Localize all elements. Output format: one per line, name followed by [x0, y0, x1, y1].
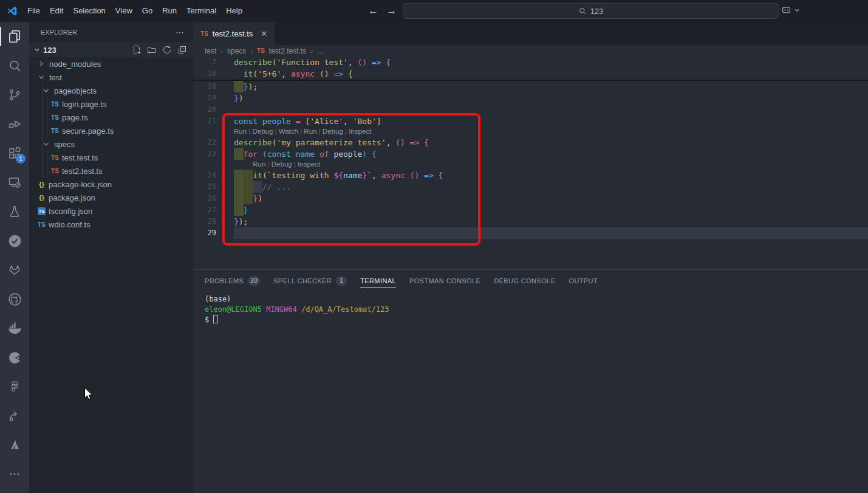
panel-tab-problems[interactable]: PROBLEMS20 [205, 270, 260, 291]
terminal-line: $ [205, 315, 868, 325]
menu-bar: FileEditSelectionViewGoRunTerminalHelp [22, 0, 247, 22]
codelens-row[interactable]: Run | Debug | Watch | Run | Debug | Insp… [193, 127, 868, 137]
chevron-down-icon [794, 7, 800, 13]
codelens-debug[interactable]: Debug [323, 128, 343, 135]
activity-extensions-icon[interactable]: 1 [0, 139, 29, 168]
activity-azure-icon[interactable] [0, 430, 29, 460]
explorer-sidebar: EXPLORER ⋯ 123 node_modulestestpageobjec… [29, 22, 193, 493]
activity-figma-icon[interactable] [0, 372, 29, 401]
collapse-all-icon[interactable] [177, 45, 187, 55]
activity-files-icon[interactable] [0, 22, 29, 51]
new-file-icon[interactable] [132, 45, 142, 55]
tree-item-secure.page.ts[interactable]: TSsecure.page.ts [29, 124, 193, 137]
menu-edit[interactable]: Edit [45, 0, 68, 22]
activity-check-circle-icon[interactable] [0, 226, 29, 255]
codelens-inspect[interactable]: Inspect [298, 160, 320, 168]
menu-help[interactable]: Help [221, 0, 247, 22]
breadcrumb-item[interactable]: specs [227, 47, 246, 55]
line-number: 7 [193, 57, 216, 68]
tree-item-package-lock.json[interactable]: {}package-lock.json [29, 178, 193, 191]
braces-file-icon: {} [38, 194, 46, 201]
indent-guide [42, 84, 43, 178]
codelens-watch[interactable]: Watch [279, 128, 298, 135]
terminal-line: eleon@LEGION5 MINGW64 /d/QA_A/Testomat/1… [205, 305, 868, 315]
forward-arrow-icon[interactable]: → [386, 5, 397, 17]
panel-tab-debug-console[interactable]: DEBUG CONSOLE [494, 270, 555, 291]
activity-pie-circle-icon[interactable] [0, 343, 29, 372]
line-number: 27 [193, 204, 216, 216]
tree-item-page.ts[interactable]: TSpage.ts [29, 111, 193, 124]
line-number: 16 [193, 68, 216, 80]
breadcrumb-item[interactable]: … [317, 47, 324, 55]
panel-tabs: PROBLEMS20SPELL CHECKER1TERMINALPOSTMAN … [193, 270, 868, 291]
activity-search-icon[interactable] [0, 51, 29, 80]
activity-docker-icon[interactable] [0, 314, 29, 343]
tree-item-package.json[interactable]: {}package.json [29, 191, 193, 204]
tree-item-test.test.ts[interactable]: TStest.test.ts [29, 151, 193, 164]
code-line-29: 29 [193, 227, 868, 239]
menu-file[interactable]: File [22, 0, 45, 22]
codelens-run[interactable]: Run [253, 160, 265, 168]
search-input[interactable]: 123 [403, 3, 779, 19]
chevron-right-icon [36, 60, 46, 68]
copilot-button[interactable] [781, 5, 800, 15]
activity-gitlab-icon[interactable] [0, 255, 29, 284]
menu-terminal[interactable]: Terminal [182, 0, 221, 22]
typescript-test-icon: TS [257, 47, 265, 54]
explorer-more-icon[interactable]: ⋯ [176, 27, 185, 37]
code-editor[interactable]: 7describe('Function test', () => {16 it(… [193, 57, 868, 269]
tree-item-test2.test.ts[interactable]: TStest2.test.ts [29, 164, 193, 178]
file-tree: node_modulestestpageobjectsTSlogin.page.… [29, 57, 193, 231]
chevron-down-icon [36, 73, 46, 81]
activity-github-icon[interactable] [0, 284, 29, 314]
tree-item-tsconfig.json[interactable]: TStsconfig.json [29, 204, 193, 218]
activity-remote-explorer-icon[interactable] [0, 168, 29, 197]
codelens-debug[interactable]: Debug [272, 160, 292, 168]
panel-tab-spell-checker[interactable]: SPELL CHECKER1 [273, 270, 347, 291]
line-number: 22 [193, 137, 216, 148]
codelens-inspect[interactable]: Inspect [349, 128, 371, 135]
tree-item-specs[interactable]: specs [29, 137, 193, 151]
breadcrumb-item[interactable]: test [205, 47, 216, 55]
refresh-icon[interactable] [162, 45, 172, 55]
explorer-section-header[interactable]: 123 [29, 43, 193, 57]
codelens-run[interactable]: Run [304, 128, 316, 135]
vscode-window: FileEditSelectionViewGoRunTerminalHelp ←… [0, 0, 868, 493]
vscode-logo-icon [7, 5, 18, 16]
activity-more-icon[interactable] [0, 460, 29, 489]
editor-group: TS test2.test.ts ✕ test›specs›TStest2.te… [193, 22, 868, 493]
panel-tab-output[interactable]: OUTPUT [569, 270, 598, 291]
tree-item-node_modules[interactable]: node_modules [29, 57, 193, 71]
line-number [193, 160, 216, 170]
new-folder-icon[interactable] [147, 45, 157, 55]
breadcrumb-item[interactable]: test2.test.ts [269, 47, 306, 55]
tree-item-wdio.conf.ts[interactable]: TSwdio.conf.ts [29, 218, 193, 231]
codelens-row[interactable]: Run | Debug | Inspect [193, 160, 868, 170]
ts-square-file-icon: TS [38, 207, 46, 215]
activity-share-arrow-icon[interactable] [0, 401, 29, 430]
panel-tab-terminal[interactable]: TERMINAL [360, 270, 396, 291]
tree-item-pageobjects[interactable]: pageobjects [29, 84, 193, 97]
menu-run[interactable]: Run [157, 0, 182, 22]
activity-run-debug-icon[interactable] [0, 109, 29, 139]
terminal[interactable]: (base)eleon@LEGION5 MINGW64 /d/QA_A/Test… [193, 291, 868, 325]
tab-label: test2.test.ts [213, 29, 253, 38]
ts-blue-file-icon: TS [51, 128, 59, 134]
back-arrow-icon[interactable]: ← [368, 5, 378, 17]
panel-tab-postman-console[interactable]: POSTMAN CONSOLE [409, 270, 480, 291]
tab-test2.test.ts[interactable]: TS test2.test.ts ✕ [193, 22, 275, 45]
tree-item-login.page.ts[interactable]: TSlogin.page.ts [29, 97, 193, 111]
activity-source-control-icon[interactable] [0, 80, 29, 109]
activity-test-flask-icon[interactable] [0, 197, 29, 226]
codelens-run[interactable]: Run [234, 128, 247, 135]
section-label: 123 [43, 46, 56, 55]
codelens-debug[interactable]: Debug [253, 128, 273, 135]
tab-close-icon[interactable]: ✕ [261, 29, 267, 38]
menu-view[interactable]: View [111, 0, 137, 22]
line-number: 28 [193, 216, 216, 227]
code-line-23: 23 for (const name of people) { [193, 148, 868, 160]
menu-selection[interactable]: Selection [68, 0, 110, 22]
line-number: 24 [193, 170, 216, 181]
menu-go[interactable]: Go [137, 0, 157, 22]
tree-item-test[interactable]: test [29, 71, 193, 84]
